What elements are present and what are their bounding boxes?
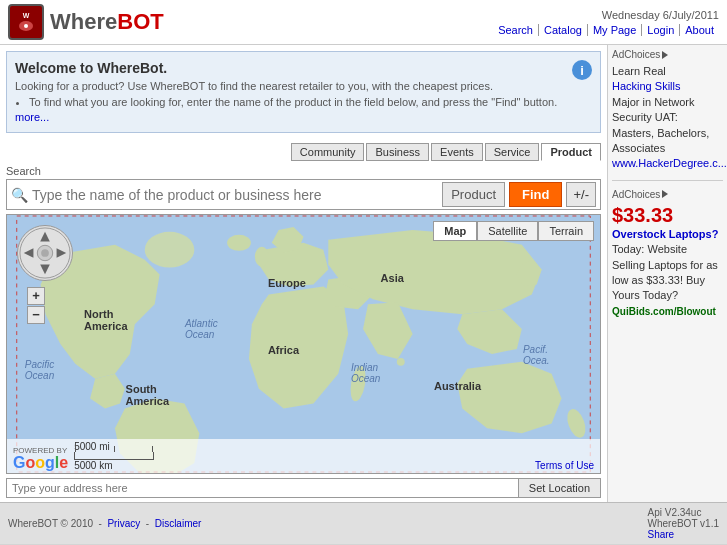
logo-where: Where <box>50 9 117 34</box>
zoom-out-button[interactable]: − <box>27 306 45 324</box>
welcome-box: i Welcome to WhereBot. Looking for a pro… <box>6 51 601 133</box>
nav-date: Wednesday 6/July/2011 <box>493 9 719 21</box>
svg-point-15 <box>255 247 269 267</box>
map-container[interactable]: Map Satellite Terrain <box>6 214 601 474</box>
find-button[interactable]: Find <box>509 182 562 207</box>
nav-control <box>17 225 73 281</box>
terms-link[interactable]: Terms of Use <box>535 460 594 471</box>
api-version: Api V2.34uc <box>647 507 719 518</box>
search-section: Search 🔍 Product Find +/- <box>0 163 607 214</box>
ad-triangle-icon-2 <box>662 190 668 198</box>
welcome-text: Looking for a product? Use WhereBOT to f… <box>15 80 592 92</box>
ad1-body: Major in Network Security UAT: <box>612 96 695 123</box>
tab-product[interactable]: Product <box>541 143 601 161</box>
svg-text:W: W <box>23 12 30 19</box>
nav-login[interactable]: Login <box>642 24 680 36</box>
nav-catalog[interactable]: Catalog <box>539 24 588 36</box>
map-footer: POWERED BY Google 5000 mi <box>7 439 600 473</box>
footer: WhereBOT © 2010 - Privacy - Disclaimer A… <box>0 502 727 544</box>
ad-choices-label-1: AdChoices <box>612 49 660 60</box>
ad2-url[interactable]: QuiBids.com/Blowout <box>612 306 716 317</box>
app-version: WhereBOT v1.1 <box>647 518 719 529</box>
tab-service[interactable]: Service <box>485 143 540 161</box>
map-svg <box>7 215 600 473</box>
product-label[interactable]: Product <box>442 182 505 207</box>
ad2-body: Today: Website Selling Laptops for as lo… <box>612 243 718 301</box>
ad-content-1: Learn Real Hacking Skills Major in Netwo… <box>612 64 723 172</box>
share-link[interactable]: Share <box>647 529 674 540</box>
welcome-list: To find what you are looking for, enter … <box>29 96 592 108</box>
map-tab-map[interactable]: Map <box>433 221 477 241</box>
search-input[interactable] <box>32 187 438 203</box>
google-logo: Google <box>13 455 68 471</box>
nav-mypage[interactable]: My Page <box>588 24 642 36</box>
svg-point-3 <box>24 24 28 28</box>
ad2-price: $33.33 <box>612 204 723 227</box>
tab-business[interactable]: Business <box>366 143 429 161</box>
nav-disc[interactable] <box>17 225 73 281</box>
welcome-title: Welcome to WhereBot. <box>15 60 592 76</box>
footer-copyright: WhereBOT © 2010 <box>8 518 93 529</box>
ad1-title: Learn Real <box>612 65 666 77</box>
map-tab-satellite[interactable]: Satellite <box>477 221 538 241</box>
nav-search[interactable]: Search <box>493 24 539 36</box>
svg-point-14 <box>227 235 251 251</box>
svg-point-12 <box>145 232 195 268</box>
address-row: Set Location <box>6 478 601 498</box>
zoom-in-button[interactable]: + <box>27 287 45 305</box>
main-wrapper: i Welcome to WhereBot. Looking for a pro… <box>0 45 727 502</box>
nav-links: Search Catalog My Page Login About <box>493 24 719 36</box>
more-link[interactable]: more... <box>15 111 49 123</box>
nav-area: Wednesday 6/July/2011 Search Catalog My … <box>493 9 719 36</box>
logo-area: W WhereBOT <box>8 4 164 40</box>
search-label: Search <box>6 165 601 177</box>
info-icon[interactable]: i <box>572 60 592 80</box>
set-location-button[interactable]: Set Location <box>519 478 601 498</box>
welcome-bullet: To find what you are looking for, enter … <box>29 96 592 108</box>
footer-right: Api V2.34uc WhereBOT v1.1 Share <box>647 507 719 540</box>
logo-text: WhereBOT <box>50 9 164 35</box>
map-view-tabs: Map Satellite Terrain <box>433 221 594 241</box>
header: W WhereBOT Wednesday 6/July/2011 Search … <box>0 0 727 45</box>
logo-icon: W <box>8 4 44 40</box>
category-tabs: Community Business Events Service Produc… <box>0 139 607 163</box>
search-row: 🔍 Product Find +/- <box>6 179 601 210</box>
tab-community[interactable]: Community <box>291 143 365 161</box>
ad1-url[interactable]: www.HackerDegree.c... <box>612 157 727 169</box>
address-input[interactable] <box>6 478 519 498</box>
svg-point-10 <box>41 249 49 257</box>
content-area: i Welcome to WhereBot. Looking for a pro… <box>0 45 607 502</box>
scale-bottom: 5000 km <box>74 460 154 471</box>
ad-choices-2: AdChoices <box>612 189 723 200</box>
ad-content-2: Overstock Laptops? Today: Website Sellin… <box>612 227 723 319</box>
plusminus-button[interactable]: +/- <box>566 182 596 207</box>
ad-choices-label-2: AdChoices <box>612 189 660 200</box>
footer-left: WhereBOT © 2010 - Privacy - Disclaimer <box>8 518 201 529</box>
footer-privacy[interactable]: Privacy <box>107 518 140 529</box>
tab-events[interactable]: Events <box>431 143 483 161</box>
search-icon: 🔍 <box>11 187 28 203</box>
right-sidebar: AdChoices Learn Real Hacking Skills Majo… <box>607 45 727 502</box>
svg-point-17 <box>397 358 405 366</box>
ad-divider <box>612 180 723 181</box>
logo-bot: BOT <box>117 9 163 34</box>
map-tab-terrain[interactable]: Terrain <box>538 221 594 241</box>
ad2-link[interactable]: Overstock Laptops? <box>612 228 718 240</box>
zoom-control: + − <box>27 287 45 324</box>
ad-choices-1: AdChoices <box>612 49 723 60</box>
ad-triangle-icon-1 <box>662 51 668 59</box>
ad1-link[interactable]: Hacking Skills <box>612 80 680 92</box>
ad1-body2: Masters, Bachelors, Associates <box>612 127 709 154</box>
nav-about[interactable]: About <box>680 24 719 36</box>
footer-disclaimer[interactable]: Disclaimer <box>155 518 202 529</box>
